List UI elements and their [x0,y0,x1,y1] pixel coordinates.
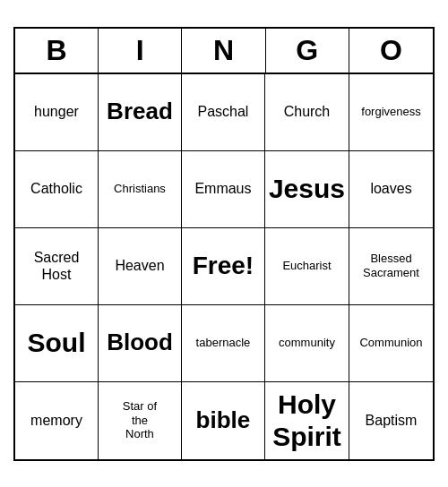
cell-text: HolySpirit [272,389,341,453]
cell-text: SacredHost [34,249,80,283]
cell-text: Christians [114,182,166,196]
cell-text: Jesus [269,173,345,205]
bingo-cell: memory [15,382,99,459]
cell-text: memory [30,412,82,429]
cell-text: Heaven [115,257,164,274]
bingo-cell: Soul [15,305,99,382]
cell-text: hunger [34,103,79,120]
cell-text: Paschal [197,103,248,120]
cell-text: Eucharist [282,259,331,273]
bingo-cell: bible [182,382,265,459]
bingo-cell: loaves [349,151,433,228]
header-letter: I [99,29,182,73]
bingo-cell: Eucharist [265,228,349,305]
cell-text: forgiveness [361,105,420,119]
bingo-cell: Paschal [182,74,265,151]
header-letter: N [182,29,265,73]
cell-text: bible [196,406,251,434]
cell-text: BlessedSacrament [363,252,419,279]
bingo-cell: Heaven [99,228,182,305]
bingo-cell: Baptism [349,382,433,459]
bingo-cell: Emmaus [182,151,265,228]
bingo-header: BINGO [15,29,433,74]
bingo-cell: Free! [182,228,265,305]
bingo-cell: forgiveness [349,74,433,151]
bingo-cell: BlessedSacrament [349,228,433,305]
cell-text: Bread [107,98,173,125]
cell-text: Blood [107,329,173,356]
bingo-cell: Star oftheNorth [99,382,182,459]
header-letter: G [266,29,349,73]
cell-text: Baptism [366,412,418,429]
bingo-cell: Christians [99,151,182,228]
cell-text: Church [284,103,331,120]
cell-text: tabernacle [196,336,251,350]
cell-text: Emmaus [194,180,251,197]
bingo-cell: Jesus [265,151,349,228]
bingo-cell: community [265,305,349,382]
bingo-cell: hunger [15,74,99,151]
cell-text: Free! [193,251,254,281]
cell-text: Star oftheNorth [123,399,157,441]
cell-text: Communion [359,336,422,350]
bingo-cell: Catholic [15,151,99,228]
bingo-cell: Communion [349,305,433,382]
cell-text: Catholic [30,180,82,197]
cell-text: loaves [370,180,411,197]
header-letter: B [15,29,99,73]
bingo-cell: Bread [99,74,182,151]
bingo-card: BINGO hungerBreadPaschalChurchforgivenes… [13,27,435,461]
bingo-cell: SacredHost [15,228,99,305]
bingo-cell: HolySpirit [265,382,349,459]
bingo-cell: Church [265,74,349,151]
bingo-grid: hungerBreadPaschalChurchforgivenessCatho… [15,74,433,459]
header-letter: O [349,29,433,73]
cell-text: community [279,336,335,350]
bingo-cell: tabernacle [182,305,265,382]
bingo-cell: Blood [99,305,182,382]
cell-text: Soul [27,327,85,359]
